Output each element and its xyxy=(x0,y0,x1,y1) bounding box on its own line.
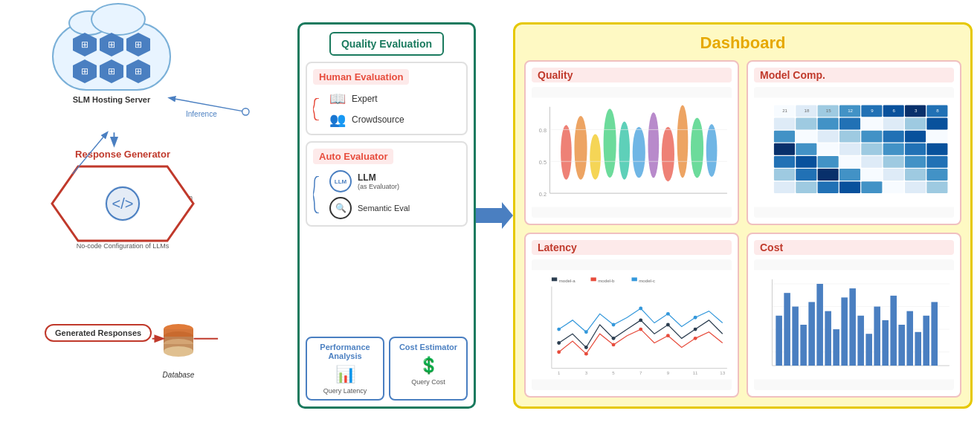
svg-rect-84 xyxy=(905,169,926,181)
latency-chart-svg: model-a model-b model-c xyxy=(532,259,732,390)
heatmap-chart: 21 18 15 12 9 6 3 8 xyxy=(754,87,954,218)
svg-rect-89 xyxy=(839,181,860,193)
svg-point-118 xyxy=(584,352,588,356)
human-eval-title: Human Evaluation xyxy=(313,69,409,85)
svg-rect-85 xyxy=(926,169,947,181)
svg-rect-80 xyxy=(818,169,839,181)
svg-point-125 xyxy=(612,323,616,327)
dashboard-grid: Quality xyxy=(524,60,961,398)
svg-rect-103 xyxy=(552,277,557,281)
svg-rect-107 xyxy=(632,277,637,281)
svg-rect-79 xyxy=(796,169,816,181)
svg-rect-77 xyxy=(926,156,947,168)
svg-rect-82 xyxy=(861,169,882,181)
svg-text:1: 1 xyxy=(558,370,561,375)
svg-rect-56 xyxy=(818,131,839,143)
hex-icon-4: ⊞ xyxy=(73,59,97,83)
llm-label: LLM xyxy=(358,172,399,183)
middle-section: Quality Evaluation Human Evaluation 📖 Ex… xyxy=(297,22,476,409)
performance-box: Performance Analysis 📊 Query Latency xyxy=(306,337,384,401)
svg-rect-58 xyxy=(861,131,882,143)
latency-card-title: Latency xyxy=(532,240,732,255)
svg-rect-162 xyxy=(931,302,938,366)
svg-rect-69 xyxy=(926,143,947,155)
quality-card-title: Quality xyxy=(532,68,732,82)
svg-text:model-a: model-a xyxy=(559,278,576,283)
query-cost: Query Cost xyxy=(395,378,462,386)
svg-point-124 xyxy=(584,330,588,334)
cost-card: Cost xyxy=(747,233,961,398)
svg-rect-46 xyxy=(774,118,795,130)
svg-rect-145 xyxy=(792,307,799,366)
svg-rect-47 xyxy=(796,118,816,130)
svg-text:0.2: 0.2 xyxy=(539,191,547,198)
cost-card-title: Cost xyxy=(754,240,954,255)
svg-rect-93 xyxy=(926,181,947,193)
database: Database xyxy=(160,320,197,379)
svg-text:3: 3 xyxy=(585,370,588,375)
svg-rect-146 xyxy=(800,325,807,366)
svg-rect-156 xyxy=(882,320,889,366)
svg-rect-155 xyxy=(874,307,880,366)
svg-rect-144 xyxy=(784,293,790,366)
svg-point-25 xyxy=(619,121,630,179)
svg-point-30 xyxy=(691,118,703,178)
svg-rect-68 xyxy=(905,143,926,155)
svg-rect-63 xyxy=(796,143,816,155)
svg-point-23 xyxy=(590,135,601,180)
svg-rect-67 xyxy=(883,143,904,155)
svg-rect-83 xyxy=(883,169,904,181)
svg-point-31 xyxy=(706,124,718,177)
svg-text:3: 3 xyxy=(915,108,918,113)
svg-rect-74 xyxy=(861,156,882,168)
svg-rect-49 xyxy=(839,118,860,130)
svg-text:model-b: model-b xyxy=(598,278,615,283)
svg-rect-78 xyxy=(774,169,795,181)
svg-point-28 xyxy=(662,127,674,181)
svg-rect-158 xyxy=(898,325,905,366)
semantic-item: 🔍 Semantic Eval xyxy=(329,197,410,219)
svg-rect-52 xyxy=(905,118,926,130)
svg-rect-59 xyxy=(883,131,904,143)
svg-rect-154 xyxy=(865,334,872,366)
svg-text:0.5: 0.5 xyxy=(539,159,547,166)
svg-point-117 xyxy=(557,350,561,354)
cloud-shape: ⊞ ⊞ ⊞ ⊞ ⊞ ⊞ xyxy=(52,22,171,91)
cloud-container: ⊞ ⊞ ⊞ ⊞ ⊞ ⊞ SLM Hosting Server xyxy=(52,22,171,104)
model-comp-card: Model Comp. xyxy=(747,60,961,225)
svg-rect-151 xyxy=(841,297,848,366)
cost-title: Cost Estimator xyxy=(395,343,462,351)
svg-point-126 xyxy=(639,307,642,311)
svg-rect-76 xyxy=(905,156,926,168)
svg-rect-51 xyxy=(883,118,904,130)
svg-point-115 xyxy=(666,323,670,327)
hex-icon-2: ⊞ xyxy=(100,33,123,56)
svg-text:18: 18 xyxy=(805,108,810,113)
svg-point-22 xyxy=(574,116,587,180)
svg-rect-72 xyxy=(818,156,839,168)
svg-point-13 xyxy=(242,108,249,115)
cost-icon: 💲 xyxy=(395,356,462,375)
svg-text:6: 6 xyxy=(893,108,896,113)
llm-sub: (as Evaluator) xyxy=(358,183,399,190)
svg-rect-86 xyxy=(774,181,795,193)
svg-rect-64 xyxy=(818,143,839,155)
llm-item: LLM LLM (as Evaluator) xyxy=(329,170,410,192)
svg-rect-66 xyxy=(861,143,882,155)
svg-rect-50 xyxy=(861,118,882,130)
svg-rect-160 xyxy=(915,332,921,366)
svg-text:</>: </> xyxy=(112,195,134,212)
svg-rect-159 xyxy=(906,311,913,366)
svg-rect-161 xyxy=(923,316,929,366)
expert-label: Expert xyxy=(352,94,378,104)
quality-chart: 0.8 0.5 0.2 xyxy=(532,87,732,218)
svg-text:12: 12 xyxy=(848,108,853,113)
svg-rect-92 xyxy=(905,181,926,193)
hex-icon-5: ⊞ xyxy=(100,59,123,83)
model-comp-title: Model Comp. xyxy=(754,68,954,82)
svg-point-21 xyxy=(561,125,572,179)
dashboard-section: Dashboard Quality xyxy=(513,22,973,409)
perf-title: Performance Analysis xyxy=(312,343,378,360)
svg-text:7: 7 xyxy=(639,370,642,375)
svg-point-123 xyxy=(557,328,561,331)
